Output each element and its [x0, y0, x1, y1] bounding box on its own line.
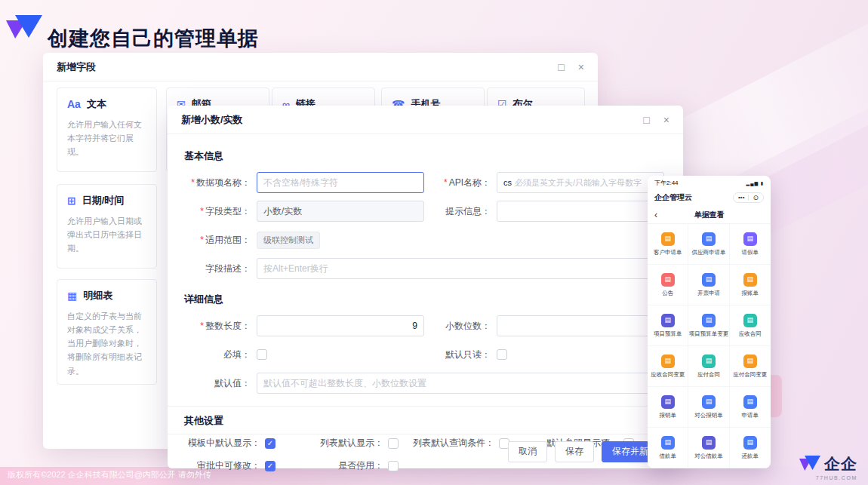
data-name-label: *数据项名称： — [184, 177, 257, 189]
doc-icon: ▤ — [743, 232, 757, 246]
phone-app-label: 报账单 — [742, 290, 759, 297]
tip-label: 提示信息： — [424, 205, 497, 218]
dec-digits-input[interactable] — [497, 315, 664, 336]
phone-app-item[interactable]: ▤申请单 — [730, 387, 771, 428]
doc-icon: ▤ — [661, 232, 675, 246]
scope-tag[interactable]: 级联控制测试 — [257, 232, 320, 249]
phone-app-item[interactable]: ▤项目预算单 — [648, 305, 688, 346]
phone-app-label: 借款单 — [659, 453, 676, 460]
phone-app-label: 应付合同变更 — [733, 371, 767, 379]
maximize-icon[interactable]: □ — [643, 115, 649, 125]
data-name-input[interactable] — [257, 172, 424, 193]
doc-icon: ▤ — [743, 273, 757, 287]
doc-icon: ▤ — [702, 232, 716, 246]
doc-icon: ▤ — [661, 314, 675, 327]
back-icon[interactable]: ‹ — [654, 210, 657, 219]
dialog-header: 新增字段 □ × — [43, 53, 598, 81]
phone-app-item[interactable]: ▤供应商申请单 — [688, 224, 729, 265]
int-len-label: *整数长度： — [184, 320, 257, 333]
dialog-title: 新增字段 — [57, 60, 96, 74]
status-time: 下午2:44 — [654, 179, 679, 187]
text-icon: Aa — [67, 98, 81, 110]
qiqi-logo-icon — [799, 456, 820, 472]
field-card-desc: 允许用户输入任何文本字符并将它们展现。 — [67, 118, 146, 158]
doc-icon: ▤ — [702, 314, 716, 327]
phone-app-item[interactable]: ▤请假单 — [730, 224, 771, 265]
required-checkbox[interactable] — [257, 349, 267, 360]
phone-grid: ▤客户申请单▤供应商申请单▤请假单▤公告▤开票申请▤报账单▤项目预算单▤项目预算… — [648, 224, 771, 468]
save-button[interactable]: 保存 — [555, 441, 594, 462]
brand-footer: 企企 77HUB.COM — [799, 453, 857, 480]
doc-icon: ▤ — [743, 395, 757, 409]
phone-app-label: 供应商申请单 — [691, 249, 725, 256]
phone-app-item[interactable]: ▤对公报销单 — [688, 387, 729, 428]
close-icon[interactable]: × — [578, 62, 584, 72]
decimal-field-dialog: 新增小数/实数 □ × 基本信息 *数据项名称： *API名称： cs 必须是英… — [168, 106, 683, 468]
phone-app-label: 还款单 — [742, 453, 759, 460]
field-card-desc: 自定义的子表与当前对象构成父子关系，当用户删除对象时，将删除所有明细表记录。 — [67, 309, 146, 378]
dialog-footer: 取消 保存 保存并新增 — [168, 434, 683, 468]
field-card-title: 文本 — [87, 97, 106, 111]
phone-app-item[interactable]: ▤项目预算单变更 — [688, 305, 729, 346]
field-card-text[interactable]: Aa文本允许用户输入任何文本字符并将它们展现。 — [57, 87, 157, 172]
doc-icon: ▤ — [702, 273, 716, 287]
int-len-input[interactable] — [257, 315, 424, 336]
field-desc-input[interactable] — [257, 258, 664, 279]
required-label: 必填： — [184, 348, 257, 361]
api-name-input[interactable]: cs 必须是英文开头/只能输入字母数字 — [497, 172, 664, 193]
phone-app-item[interactable]: ▤借款单 — [648, 428, 688, 468]
phone-mockup: 下午2:44 ▂▄▆ ▮ 企企管理云 ••• ⊙ ‹ 单据查看 ▤客户申请单▤供… — [648, 176, 771, 468]
field-card-title: 明细表 — [83, 289, 112, 302]
doc-icon: ▤ — [702, 436, 716, 450]
brand-domain: 77HUB.COM — [799, 475, 857, 480]
phone-nav-bar: ‹ 单据查看 — [648, 207, 771, 224]
phone-app-title: 企企管理云 — [654, 192, 692, 203]
phone-app-item[interactable]: ▤应收合同变更 — [648, 346, 688, 387]
phone-app-bar: 企企管理云 ••• ⊙ — [648, 188, 771, 207]
readonly-checkbox[interactable] — [497, 349, 507, 360]
tip-input[interactable] — [497, 201, 664, 222]
phone-app-label: 开票申请 — [697, 290, 720, 297]
field-desc-label: 字段描述： — [184, 262, 257, 275]
phone-app-label: 应付合同 — [697, 371, 720, 379]
close-icon[interactable]: × — [663, 115, 669, 125]
phone-app-item[interactable]: ▤应付合同 — [688, 346, 729, 387]
dialog-header: 新增小数/实数 □ × — [168, 106, 683, 134]
phone-app-item[interactable]: ▤报销单 — [648, 387, 688, 428]
section-basic-info: 基本信息 — [184, 149, 666, 163]
phone-app-item[interactable]: ▤客户申请单 — [648, 224, 688, 265]
phone-app-item[interactable]: ▤公告 — [648, 265, 688, 305]
phone-app-label: 客户申请单 — [654, 249, 682, 256]
doc-icon: ▤ — [702, 395, 716, 409]
status-icons: ▂▄▆ ▮ — [746, 180, 764, 186]
phone-app-label: 请假单 — [742, 249, 759, 256]
phone-nav-title: 单据查看 — [694, 210, 725, 220]
field-type-input — [257, 201, 424, 222]
phone-app-label: 对公借款单 — [694, 453, 723, 460]
phone-app-item[interactable]: ▤对公借款单 — [688, 428, 729, 468]
copyright-text: 版权所有©2022 企企科技有限公司@内部公开 请勿外传 — [8, 469, 211, 480]
slide: 创建您自己的管理单据 新增字段 □ × Aa文本允许用户输入任何文本字符并将它们… — [0, 0, 868, 485]
phone-menu-pill: ••• ⊙ — [733, 192, 764, 203]
maximize-icon[interactable]: □ — [558, 62, 564, 72]
field-card-table[interactable]: ▦明细表自定义的子表与当前对象构成父子关系，当用户删除对象时，将删除所有明细表记… — [57, 279, 157, 385]
doc-icon: ▤ — [661, 273, 675, 287]
target-icon[interactable]: ⊙ — [753, 194, 759, 201]
slide-logo-icon — [6, 15, 42, 39]
phone-app-item[interactable]: ▤应收合同 — [730, 305, 771, 346]
phone-app-label: 项目预算单变更 — [689, 330, 729, 338]
field-card-date[interactable]: ⊞日期/时间允许用户输入日期或弹出式日历中选择日期。 — [57, 184, 157, 269]
more-icon[interactable]: ••• — [738, 194, 744, 201]
phone-app-label: 公告 — [662, 290, 673, 297]
doc-icon: ▤ — [661, 355, 675, 368]
phone-app-item[interactable]: ▤应付合同变更 — [730, 346, 771, 387]
phone-app-item[interactable]: ▤开票申请 — [688, 265, 729, 305]
default-value-input[interactable] — [257, 373, 664, 394]
phone-app-label: 应收合同 — [739, 330, 762, 338]
cancel-button[interactable]: 取消 — [508, 441, 547, 462]
dialog-title: 新增小数/实数 — [181, 113, 243, 127]
dec-digits-label: 小数位数： — [424, 320, 497, 333]
phone-app-item[interactable]: ▤还款单 — [730, 428, 771, 468]
phone-app-item[interactable]: ▤报账单 — [730, 265, 771, 305]
doc-icon: ▤ — [743, 355, 757, 368]
